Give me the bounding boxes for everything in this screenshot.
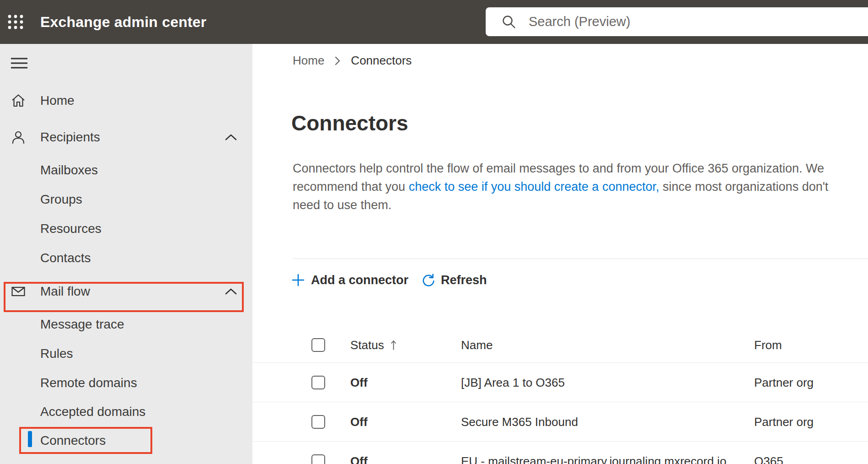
page-title: Connectors — [291, 111, 408, 135]
sidebar-item-label: Mailboxes — [40, 163, 98, 178]
column-header-from[interactable]: From — [754, 338, 782, 352]
breadcrumb-home-link[interactable]: Home — [293, 54, 324, 68]
toolbar-divider — [293, 259, 868, 259]
sidebar-item-label: Accepted domains — [40, 405, 145, 419]
home-icon — [11, 93, 26, 108]
sidebar-item-remote-domains[interactable]: Remote domains — [0, 368, 252, 398]
status-header-label: Status — [350, 338, 384, 352]
plus-icon — [291, 273, 305, 287]
select-all-checkbox[interactable] — [311, 338, 325, 352]
table-row[interactable]: Off [JB] Area 1 to O365 Partner org — [252, 363, 868, 402]
waffle-icon — [6, 13, 25, 31]
sidebar-item-label: Message trace — [40, 317, 124, 332]
chevron-right-icon — [334, 56, 341, 66]
table-header: Status Name From — [252, 328, 868, 363]
column-header-status[interactable]: Status — [350, 338, 396, 352]
refresh-icon — [421, 273, 435, 287]
from-cell: O365 — [754, 454, 783, 464]
sidebar-item-accepted-domains[interactable]: Accepted domains — [0, 397, 252, 426]
page-description: Connectors help control the flow of emai… — [293, 159, 848, 214]
sidebar-item-connectors[interactable]: Connectors — [0, 426, 252, 455]
from-cell: Partner org — [754, 415, 814, 429]
sidebar-item-label: Remote domains — [40, 376, 137, 390]
person-icon — [11, 129, 26, 145]
breadcrumb: Home Connectors — [293, 53, 412, 68]
sidebar-item-mailboxes[interactable]: Mailboxes — [0, 156, 252, 185]
row-checkbox[interactable] — [311, 415, 325, 429]
chevron-up-icon[interactable] — [225, 134, 237, 141]
add-connector-label: Add a connector — [311, 273, 408, 287]
status-cell: Off — [350, 454, 368, 464]
sidebar-item-label: Groups — [40, 192, 82, 207]
sort-ascending-icon — [391, 340, 396, 351]
name-cell[interactable]: [JB] Area 1 to O365 — [461, 375, 565, 389]
sidebar-item-label: Resources — [40, 221, 102, 236]
topbar: Exchange admin center — [0, 0, 868, 44]
main-content: Home Connectors Connectors Connectors he… — [252, 44, 868, 464]
row-checkbox[interactable] — [311, 454, 325, 464]
sidebar-item-home[interactable]: Home — [0, 86, 252, 115]
check-connector-link[interactable]: check to see if you should create a conn… — [409, 180, 659, 194]
name-cell[interactable]: Secure M365 Inbound — [461, 415, 578, 429]
sidebar-item-resources[interactable]: Resources — [0, 214, 252, 243]
status-cell: Off — [350, 375, 368, 389]
sidebar-item-label: Contacts — [40, 251, 91, 265]
app-title: Exchange admin center — [40, 0, 206, 44]
sidebar-item-mail-flow[interactable]: Mail flow — [0, 277, 252, 306]
name-cell[interactable]: EU - mailstream-eu-primary.journaling.mx… — [461, 454, 726, 464]
sidebar-item-label: Home — [40, 93, 75, 108]
mail-icon — [11, 284, 26, 299]
global-search[interactable] — [486, 7, 868, 36]
hamburger-menu-icon[interactable] — [11, 57, 28, 70]
row-checkbox[interactable] — [311, 376, 325, 389]
sidebar-item-message-trace[interactable]: Message trace — [0, 310, 252, 339]
sidebar-item-label: Mail flow — [40, 284, 90, 299]
add-connector-button[interactable]: Add a connector — [291, 273, 408, 287]
sidebar-item-rules[interactable]: Rules — [0, 339, 252, 368]
from-cell: Partner org — [754, 375, 814, 389]
sidebar-item-label: Recipients — [40, 130, 100, 145]
search-input[interactable] — [529, 14, 868, 29]
toolbar: Add a connector Refresh — [291, 267, 487, 293]
sidebar-item-contacts[interactable]: Contacts — [0, 243, 252, 273]
sidebar-item-label: Connectors — [40, 433, 106, 448]
app-launcher-icon[interactable] — [5, 12, 26, 32]
refresh-label: Refresh — [441, 273, 487, 287]
breadcrumb-current: Connectors — [351, 54, 412, 68]
refresh-button[interactable]: Refresh — [421, 273, 487, 287]
sidebar-item-label: Rules — [40, 346, 73, 361]
table-row[interactable]: Off Secure M365 Inbound Partner org — [252, 402, 868, 442]
status-cell: Off — [350, 415, 368, 429]
column-header-name[interactable]: Name — [461, 338, 493, 352]
search-icon — [501, 14, 517, 30]
table-row[interactable]: Off EU - mailstream-eu-primary.journalin… — [252, 442, 868, 464]
chevron-up-icon[interactable] — [225, 288, 237, 295]
sidebar-item-groups[interactable]: Groups — [0, 185, 252, 214]
sidebar: Home Recipients Mailboxes Groups Resourc… — [0, 44, 252, 464]
sidebar-item-recipients[interactable]: Recipients — [0, 123, 252, 152]
